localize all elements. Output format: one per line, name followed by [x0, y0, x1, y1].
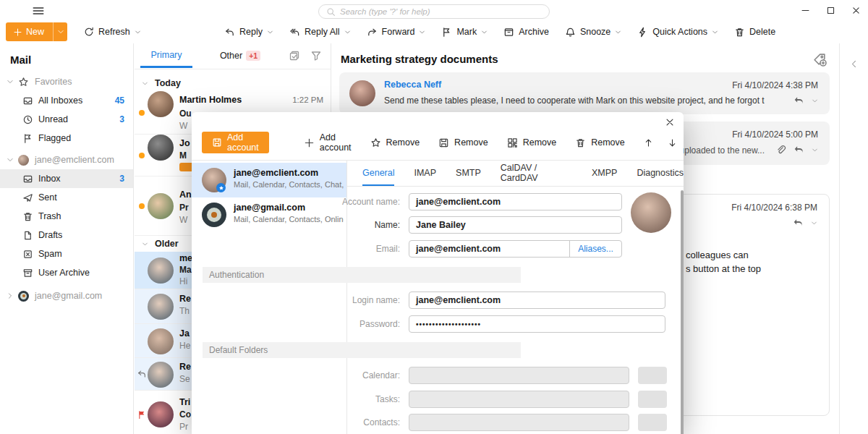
tab-smtp[interactable]: SMTP — [456, 161, 481, 186]
sidebar-item-spam[interactable]: Spam — [0, 244, 133, 263]
sidebar-item-flagged[interactable]: Flagged — [0, 129, 133, 148]
minimize-button[interactable] — [801, 6, 810, 15]
sidebar-item-trash[interactable]: Trash — [0, 207, 133, 226]
chevron-down-icon[interactable] — [812, 147, 818, 153]
reply-button[interactable]: Reply — [224, 27, 273, 38]
account-photo[interactable] — [631, 192, 671, 233]
message-date: Fri 4/10/2024 6:38 PM — [731, 203, 817, 213]
refresh-button[interactable]: Refresh — [84, 22, 141, 41]
archive-button[interactable]: Archive — [503, 27, 549, 38]
message-card-collapsed[interactable]: Rebecca Neff Fri 4/10/2024 4:38 PM Send … — [339, 72, 830, 114]
qr-code-icon — [507, 137, 518, 148]
collapse-panel-icon[interactable] — [849, 59, 859, 69]
tab-general[interactable]: General — [362, 161, 394, 186]
chevron-down-icon[interactable] — [7, 156, 14, 163]
remove-button[interactable]: Remove — [575, 137, 625, 148]
reply-icon[interactable] — [793, 95, 804, 106]
sidebar-item-account-emclient[interactable]: jane@emclient.com — [0, 150, 133, 169]
contacts-folder-input — [409, 414, 629, 431]
snooze-button[interactable]: Snooze — [565, 27, 621, 38]
dialog-scrollbar[interactable] — [681, 190, 684, 434]
close-window-button[interactable] — [851, 6, 861, 15]
other-count-badge: +1 — [246, 51, 260, 61]
search-input[interactable]: Search (type '?' for help) — [318, 4, 550, 19]
account-row-emclient[interactable]: jane@emclient.com Mail, Calendar, Contac… — [192, 163, 346, 197]
maximize-button[interactable] — [826, 6, 835, 15]
sender-link[interactable]: Rebecca Neff — [384, 80, 441, 90]
search-placeholder: Search (type '?' for help) — [340, 7, 430, 16]
flag-icon — [22, 133, 33, 144]
message-body: colleagues can s button at the top — [686, 248, 761, 276]
group-header-today[interactable]: Today — [135, 75, 331, 91]
archive-box-icon — [22, 268, 33, 278]
mark-button[interactable]: Mark — [441, 27, 488, 38]
star-icon — [18, 77, 29, 88]
sidebar-item-user-archive[interactable]: User Archive — [0, 263, 133, 282]
filter-icon[interactable] — [310, 50, 322, 61]
tab-primary[interactable]: Primary — [140, 43, 192, 68]
tab-diagnostics[interactable]: Diagnostics — [637, 161, 684, 186]
plus-icon — [13, 27, 22, 37]
calendar-browse-button[interactable] — [638, 367, 667, 384]
password-input[interactable]: •••••••••••••••••••• — [409, 315, 665, 333]
sidebar-item-sent[interactable]: Sent — [0, 188, 133, 207]
tab-caldav-carddav[interactable]: CalDAV / CardDAV — [501, 161, 572, 186]
menu-icon[interactable] — [32, 4, 45, 17]
chevron-right-icon[interactable] — [7, 292, 14, 299]
remove-button[interactable]: Remove — [507, 137, 557, 148]
default-account-star-badge — [216, 183, 226, 192]
reply-icon[interactable] — [793, 218, 804, 229]
aliases-button[interactable]: Aliases... — [569, 241, 621, 257]
chevron-down-icon[interactable] — [811, 220, 817, 226]
em-client-window: Search (type '?' for help) New Refresh R… — [0, 0, 868, 434]
clock-icon — [22, 114, 33, 125]
message-actions: Reply Reply All Forward Mark Archive Sno… — [224, 22, 775, 41]
tasks-browse-button[interactable] — [638, 391, 667, 408]
add-account-button[interactable]: Add account — [304, 132, 352, 153]
chevron-down-icon[interactable] — [7, 78, 14, 85]
add-account-primary-button[interactable]: Add account — [202, 132, 269, 153]
login-name-input[interactable]: jane@emclient.com — [409, 292, 665, 309]
delete-button[interactable]: Delete — [734, 27, 775, 38]
accounts-dialog: Add account Add account Remove Remove Re… — [192, 112, 684, 434]
avatar — [148, 135, 174, 161]
chevron-down-icon — [615, 29, 621, 35]
reply-all-button[interactable]: Reply All — [289, 27, 351, 38]
avatar — [148, 193, 174, 219]
page-icon — [22, 230, 33, 241]
close-dialog-icon[interactable] — [665, 117, 675, 127]
tab-imap[interactable]: IMAP — [414, 161, 436, 186]
contacts-browse-button[interactable] — [638, 414, 667, 431]
name-input[interactable]: Jane Bailey — [409, 216, 622, 234]
sidebar-item-unread[interactable]: Unread 3 — [0, 110, 133, 129]
move-down-icon[interactable] — [668, 138, 677, 148]
sidebar-item-account-gmail[interactable]: jane@gmail.com — [0, 286, 133, 305]
message-preview: uploaded to the new... — [680, 145, 765, 156]
account-avatar — [18, 155, 29, 166]
new-button[interactable]: New — [6, 22, 67, 41]
remove-button[interactable]: Remove — [438, 137, 488, 148]
sidebar-item-inbox[interactable]: Inbox 3 — [0, 169, 133, 188]
new-dropdown-button[interactable] — [53, 22, 67, 41]
move-up-icon[interactable] — [644, 138, 653, 148]
account-name-input[interactable]: jane@emclient.com — [409, 193, 622, 210]
sidebar-item-favorites[interactable]: Favorites — [0, 72, 133, 91]
reply-icon[interactable] — [793, 145, 804, 156]
chevron-down-icon[interactable] — [812, 98, 818, 104]
tab-xmpp[interactable]: XMPP — [592, 161, 617, 186]
quick-actions-button[interactable]: Quick Actions — [637, 27, 718, 38]
avatar — [148, 401, 174, 427]
unread-count: 3 — [119, 114, 124, 124]
unread-count: 3 — [119, 174, 124, 184]
sidebar-item-all-inboxes[interactable]: All Inboxes 45 — [0, 91, 133, 110]
message-date: Fri 4/10/2024 5:00 PM — [732, 129, 818, 140]
tab-other[interactable]: Other+1 — [214, 43, 266, 68]
remove-favorite-button[interactable]: Remove — [370, 137, 420, 148]
select-all-icon[interactable] — [289, 50, 300, 61]
forward-button[interactable]: Forward — [367, 27, 426, 38]
folder-sidebar: Mail Favorites All Inboxes 45 Unread 3 F… — [0, 43, 134, 434]
email-input[interactable]: jane@emclient.com — [409, 244, 569, 254]
sidebar-item-drafts[interactable]: Drafts — [0, 226, 133, 244]
add-tag-icon[interactable] — [812, 52, 827, 67]
paper-plane-icon — [22, 192, 33, 203]
